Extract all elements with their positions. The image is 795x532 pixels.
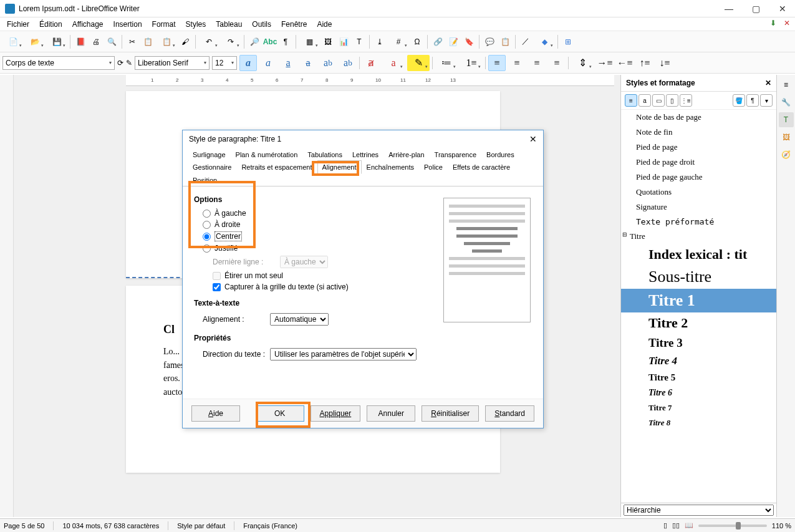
properties-tab-icon[interactable]: 🔧	[779, 95, 794, 110]
style-item[interactable]: Pied de page droit	[621, 155, 776, 170]
style-item[interactable]: Texte préformaté	[621, 215, 776, 229]
image-button[interactable]: 🖼	[320, 34, 335, 49]
style-item-parent[interactable]: Titre	[621, 229, 776, 244]
dialog-tab[interactable]: Enchaînements	[362, 160, 419, 174]
dialog-tab[interactable]: Position	[188, 173, 222, 186]
view-book-icon[interactable]: 📖	[685, 521, 693, 530]
textbox-button[interactable]: T	[352, 34, 367, 49]
comment-button[interactable]: 💬	[482, 34, 497, 49]
dialog-tab[interactable]: Alignement	[317, 160, 362, 174]
font-color-button[interactable]: a	[382, 55, 405, 71]
navigator-tab-icon[interactable]: 🧭	[779, 147, 794, 162]
style-menu-icon[interactable]: ▾	[760, 94, 773, 107]
snap-grid-check[interactable]	[213, 283, 221, 291]
dialog-tab[interactable]: Police	[419, 160, 448, 174]
menu-fichier[interactable]: Fichier	[2, 19, 34, 30]
underline-button[interactable]: a	[279, 55, 297, 71]
menu-styles[interactable]: Styles	[181, 19, 211, 30]
page-styles-icon[interactable]: ▯	[666, 94, 678, 107]
align-center-button[interactable]: ≡	[508, 55, 526, 71]
bullet-list-button[interactable]: ≔	[435, 55, 458, 71]
para-styles-icon[interactable]: ≡	[625, 94, 637, 107]
align-select[interactable]: Automatique	[270, 313, 329, 326]
standard-button[interactable]: Standard	[485, 405, 534, 422]
view-single-icon[interactable]: ▯	[663, 521, 667, 530]
save-button[interactable]: 💾	[46, 34, 67, 49]
ok-button[interactable]: OK	[256, 405, 304, 422]
radio-right[interactable]	[203, 221, 211, 229]
dialog-tab[interactable]: Retraits et espacement	[236, 160, 317, 174]
help-button[interactable]: Aide	[191, 405, 240, 422]
cancel-button[interactable]: Annuler	[367, 405, 415, 422]
new-style-icon[interactable]: ✎	[126, 59, 132, 67]
radio-center[interactable]	[203, 233, 211, 241]
bookmark-icon[interactable]: 🔖	[461, 34, 476, 49]
dialog-tab[interactable]: Gestionnaire	[188, 160, 236, 174]
field-button[interactable]: #	[388, 34, 409, 49]
style-item[interactable]: Signature	[621, 200, 776, 215]
style-item[interactable]: Sous-titre	[621, 265, 776, 289]
style-item[interactable]: Note de bas de page	[621, 110, 776, 125]
dialog-tab[interactable]: Arrière-plan	[383, 148, 429, 161]
find-button[interactable]: 🔎	[247, 34, 262, 49]
export-pdf-button[interactable]: 📕	[73, 34, 88, 49]
print-preview-button[interactable]: 🔍	[104, 34, 119, 49]
apply-button[interactable]: Appliquer	[311, 405, 361, 422]
style-list[interactable]: Note de bas de pageNote de finPied de pa…	[621, 110, 776, 503]
doc-close-icon[interactable]: ✕	[784, 19, 790, 27]
style-item[interactable]: Quotations	[621, 185, 776, 200]
table-button[interactable]: ▦	[299, 34, 320, 49]
menu-format[interactable]: Format	[148, 19, 180, 30]
font-size-combo[interactable]: 12	[212, 56, 237, 70]
clear-format-button[interactable]: a̷	[362, 55, 380, 71]
radio-left[interactable]	[203, 210, 211, 218]
dialog-close-icon[interactable]: ✕	[529, 134, 537, 144]
bold-button[interactable]: a	[239, 55, 257, 71]
view-multi-icon[interactable]: ▯▯	[672, 521, 680, 530]
radio-justify[interactable]	[203, 244, 211, 253]
chart-button[interactable]: 📊	[336, 34, 351, 49]
menu-insertion[interactable]: Insertion	[109, 19, 147, 30]
style-item[interactable]: Titre 8	[621, 415, 776, 430]
new-style-icon2[interactable]: ¶	[746, 94, 759, 107]
minimize-button[interactable]: —	[721, 2, 737, 15]
style-item[interactable]: Pied de page	[621, 140, 776, 155]
status-page[interactable]: Page 5 de 50	[4, 522, 44, 530]
styles-tab-icon[interactable]: T	[779, 112, 794, 127]
sidebar-menu-icon[interactable]: ≡	[779, 77, 794, 92]
nonprinting-button[interactable]: ¶	[278, 34, 293, 49]
maximize-button[interactable]: ▢	[748, 2, 764, 15]
styles-panel-close[interactable]: ✕	[765, 79, 771, 87]
style-item[interactable]: Titre 1	[621, 289, 776, 312]
frame-styles-icon[interactable]: ▭	[652, 94, 665, 107]
update-icon[interactable]: ⬇	[770, 19, 776, 27]
strike-button[interactable]: a	[299, 55, 317, 71]
italic-button[interactable]: a	[259, 55, 277, 71]
direction-select[interactable]: Utiliser les paramètres de l'objet supér…	[270, 348, 417, 360]
fill-format-icon[interactable]: 🪣	[733, 94, 745, 107]
status-words[interactable]: 10 034 mots, 67 638 caractères	[62, 522, 159, 530]
dialog-tab[interactable]: Plan & numérotation	[231, 148, 303, 161]
spellcheck-button[interactable]: Abc	[263, 34, 277, 49]
list-styles-icon[interactable]: ⋮≡	[680, 94, 692, 107]
menu-aide[interactable]: Aide	[312, 19, 336, 30]
line-icon[interactable]: ／	[518, 34, 533, 49]
align-left-button[interactable]: ≡	[488, 55, 506, 71]
footnote-icon[interactable]: 📝	[446, 34, 461, 49]
align-right-button[interactable]: ≡	[528, 55, 546, 71]
dialog-tab[interactable]: Surlignage	[188, 148, 231, 161]
superscript-button[interactable]: ab	[319, 55, 337, 71]
font-name-combo[interactable]: Liberation Serif	[135, 56, 210, 70]
linespacing-button[interactable]: ⇕	[571, 55, 594, 71]
increase-indent-button[interactable]: →≡	[596, 55, 614, 71]
zoom-slider[interactable]	[698, 525, 767, 527]
menu-tableau[interactable]: Tableau	[211, 19, 246, 30]
menu-fenetre[interactable]: Fenêtre	[277, 19, 311, 30]
dialog-tab[interactable]: Bordures	[481, 148, 519, 161]
track-changes-button[interactable]: 📋	[498, 34, 513, 49]
print-button[interactable]: 🖨	[89, 34, 104, 49]
number-list-button[interactable]: 1≡	[460, 55, 483, 71]
style-item[interactable]: Pied de page gauche	[621, 170, 776, 185]
style-item[interactable]: Titre 3	[621, 334, 776, 352]
subscript-button[interactable]: ab	[339, 55, 357, 71]
